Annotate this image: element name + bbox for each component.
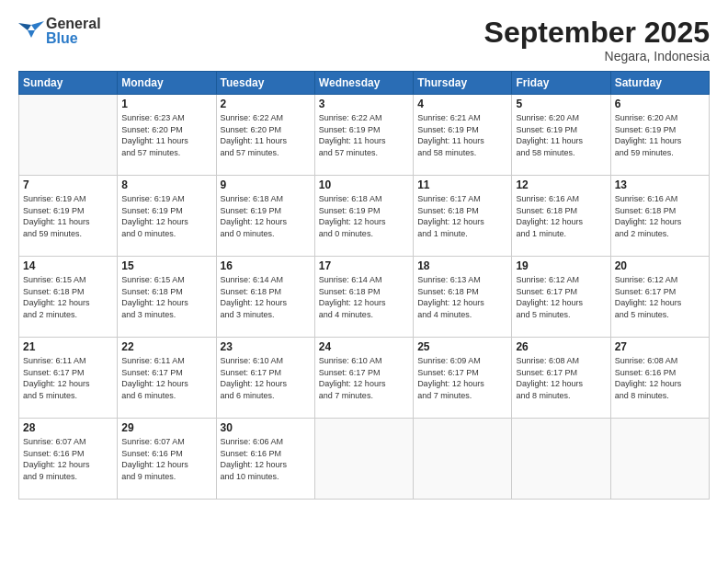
page-header: General Blue September 2025 Negara, Indo… bbox=[18, 17, 710, 63]
col-friday: Friday bbox=[512, 72, 610, 95]
day-number: 21 bbox=[23, 340, 113, 353]
day-number: 12 bbox=[516, 178, 606, 191]
day-info: Sunrise: 6:14 AMSunset: 6:18 PMDaylight:… bbox=[319, 274, 409, 320]
day-info: Sunrise: 6:08 AMSunset: 6:16 PMDaylight:… bbox=[615, 355, 705, 401]
day-info: Sunrise: 6:14 AMSunset: 6:18 PMDaylight:… bbox=[221, 274, 311, 320]
day-info: Sunrise: 6:15 AMSunset: 6:18 PMDaylight:… bbox=[121, 274, 211, 320]
day-info: Sunrise: 6:23 AMSunset: 6:20 PMDaylight:… bbox=[121, 112, 211, 158]
svg-marker-1 bbox=[18, 23, 31, 30]
table-row: 30Sunrise: 6:06 AMSunset: 6:16 PMDayligh… bbox=[216, 419, 314, 500]
day-number: 18 bbox=[417, 259, 507, 272]
col-thursday: Thursday bbox=[414, 72, 512, 95]
day-number: 7 bbox=[23, 178, 113, 191]
day-info: Sunrise: 6:12 AMSunset: 6:17 PMDaylight:… bbox=[615, 274, 705, 320]
table-row: 10Sunrise: 6:18 AMSunset: 6:19 PMDayligh… bbox=[314, 176, 413, 257]
day-info: Sunrise: 6:11 AMSunset: 6:17 PMDaylight:… bbox=[23, 355, 113, 401]
table-row bbox=[414, 419, 512, 500]
table-row: 15Sunrise: 6:15 AMSunset: 6:18 PMDayligh… bbox=[118, 257, 216, 338]
week-row-2: 7Sunrise: 6:19 AMSunset: 6:19 PMDaylight… bbox=[19, 176, 710, 257]
day-number: 13 bbox=[615, 178, 705, 191]
table-row: 22Sunrise: 6:11 AMSunset: 6:17 PMDayligh… bbox=[118, 338, 216, 419]
table-row: 18Sunrise: 6:13 AMSunset: 6:18 PMDayligh… bbox=[414, 257, 512, 338]
col-tuesday: Tuesday bbox=[216, 72, 314, 95]
day-info: Sunrise: 6:07 AMSunset: 6:16 PMDaylight:… bbox=[121, 436, 211, 482]
day-info: Sunrise: 6:18 AMSunset: 6:19 PMDaylight:… bbox=[221, 193, 311, 239]
table-row: 20Sunrise: 6:12 AMSunset: 6:17 PMDayligh… bbox=[610, 257, 709, 338]
logo-blue-text: Blue bbox=[46, 31, 101, 46]
day-info: Sunrise: 6:12 AMSunset: 6:17 PMDaylight:… bbox=[516, 274, 606, 320]
table-row: 27Sunrise: 6:08 AMSunset: 6:16 PMDayligh… bbox=[610, 338, 709, 419]
day-number: 4 bbox=[417, 98, 507, 110]
day-number: 3 bbox=[319, 98, 409, 110]
day-info: Sunrise: 6:22 AMSunset: 6:20 PMDaylight:… bbox=[221, 112, 311, 158]
day-info: Sunrise: 6:15 AMSunset: 6:18 PMDaylight:… bbox=[23, 274, 113, 320]
day-info: Sunrise: 6:16 AMSunset: 6:18 PMDaylight:… bbox=[516, 193, 606, 239]
day-number: 5 bbox=[516, 98, 606, 110]
table-row: 3Sunrise: 6:22 AMSunset: 6:19 PMDaylight… bbox=[314, 95, 413, 176]
day-info: Sunrise: 6:16 AMSunset: 6:18 PMDaylight:… bbox=[615, 193, 705, 239]
day-info: Sunrise: 6:08 AMSunset: 6:17 PMDaylight:… bbox=[516, 355, 606, 401]
col-monday: Monday bbox=[118, 72, 216, 95]
week-row-3: 14Sunrise: 6:15 AMSunset: 6:18 PMDayligh… bbox=[19, 257, 710, 338]
day-number: 24 bbox=[319, 340, 409, 353]
day-number: 10 bbox=[319, 178, 409, 191]
table-row: 13Sunrise: 6:16 AMSunset: 6:18 PMDayligh… bbox=[610, 176, 709, 257]
day-info: Sunrise: 6:07 AMSunset: 6:16 PMDaylight:… bbox=[23, 436, 113, 482]
col-saturday: Saturday bbox=[610, 72, 709, 95]
day-info: Sunrise: 6:20 AMSunset: 6:19 PMDaylight:… bbox=[615, 112, 705, 158]
day-number: 11 bbox=[417, 178, 507, 191]
calendar-table: Sunday Monday Tuesday Wednesday Thursday… bbox=[18, 71, 710, 500]
table-row: 6Sunrise: 6:20 AMSunset: 6:19 PMDaylight… bbox=[610, 95, 709, 176]
title-block: September 2025 Negara, Indonesia bbox=[484, 17, 710, 63]
day-number: 16 bbox=[221, 259, 311, 272]
table-row: 26Sunrise: 6:08 AMSunset: 6:17 PMDayligh… bbox=[512, 338, 610, 419]
day-number: 23 bbox=[221, 340, 311, 353]
day-info: Sunrise: 6:19 AMSunset: 6:19 PMDaylight:… bbox=[23, 193, 113, 239]
table-row: 14Sunrise: 6:15 AMSunset: 6:18 PMDayligh… bbox=[19, 257, 118, 338]
day-number: 28 bbox=[23, 421, 113, 434]
day-number: 22 bbox=[121, 340, 211, 353]
day-number: 27 bbox=[615, 340, 705, 353]
week-row-5: 28Sunrise: 6:07 AMSunset: 6:16 PMDayligh… bbox=[19, 419, 710, 500]
day-info: Sunrise: 6:20 AMSunset: 6:19 PMDaylight:… bbox=[516, 112, 606, 158]
logo-bird-icon bbox=[18, 21, 44, 41]
month-title: September 2025 bbox=[484, 17, 710, 49]
table-row bbox=[610, 419, 709, 500]
svg-marker-2 bbox=[28, 30, 35, 38]
day-info: Sunrise: 6:10 AMSunset: 6:17 PMDaylight:… bbox=[319, 355, 409, 401]
table-row: 28Sunrise: 6:07 AMSunset: 6:16 PMDayligh… bbox=[19, 419, 118, 500]
table-row: 23Sunrise: 6:10 AMSunset: 6:17 PMDayligh… bbox=[216, 338, 314, 419]
day-number: 30 bbox=[221, 421, 311, 434]
table-row: 21Sunrise: 6:11 AMSunset: 6:17 PMDayligh… bbox=[19, 338, 118, 419]
col-wednesday: Wednesday bbox=[314, 72, 413, 95]
day-info: Sunrise: 6:22 AMSunset: 6:19 PMDaylight:… bbox=[319, 112, 409, 158]
day-info: Sunrise: 6:06 AMSunset: 6:16 PMDaylight:… bbox=[221, 436, 311, 482]
day-info: Sunrise: 6:13 AMSunset: 6:18 PMDaylight:… bbox=[417, 274, 507, 320]
table-row: 5Sunrise: 6:20 AMSunset: 6:19 PMDaylight… bbox=[512, 95, 610, 176]
table-row bbox=[314, 419, 413, 500]
table-row: 16Sunrise: 6:14 AMSunset: 6:18 PMDayligh… bbox=[216, 257, 314, 338]
logo: General Blue bbox=[18, 17, 101, 46]
logo-text: General Blue bbox=[46, 17, 101, 46]
day-number: 9 bbox=[221, 178, 311, 191]
table-row: 7Sunrise: 6:19 AMSunset: 6:19 PMDaylight… bbox=[19, 176, 118, 257]
table-row: 24Sunrise: 6:10 AMSunset: 6:17 PMDayligh… bbox=[314, 338, 413, 419]
day-number: 15 bbox=[121, 259, 211, 272]
table-row: 9Sunrise: 6:18 AMSunset: 6:19 PMDaylight… bbox=[216, 176, 314, 257]
week-row-1: 1Sunrise: 6:23 AMSunset: 6:20 PMDaylight… bbox=[19, 95, 710, 176]
day-info: Sunrise: 6:09 AMSunset: 6:17 PMDaylight:… bbox=[417, 355, 507, 401]
day-number: 14 bbox=[23, 259, 113, 272]
day-number: 17 bbox=[319, 259, 409, 272]
table-row: 8Sunrise: 6:19 AMSunset: 6:19 PMDaylight… bbox=[118, 176, 216, 257]
day-number: 6 bbox=[615, 98, 705, 110]
table-row: 2Sunrise: 6:22 AMSunset: 6:20 PMDaylight… bbox=[216, 95, 314, 176]
table-row bbox=[512, 419, 610, 500]
day-info: Sunrise: 6:18 AMSunset: 6:19 PMDaylight:… bbox=[319, 193, 409, 239]
logo-general-text: General bbox=[46, 17, 101, 31]
table-row: 29Sunrise: 6:07 AMSunset: 6:16 PMDayligh… bbox=[118, 419, 216, 500]
calendar-header-row: Sunday Monday Tuesday Wednesday Thursday… bbox=[19, 72, 710, 95]
day-number: 1 bbox=[121, 98, 211, 110]
table-row: 17Sunrise: 6:14 AMSunset: 6:18 PMDayligh… bbox=[314, 257, 413, 338]
table-row: 4Sunrise: 6:21 AMSunset: 6:19 PMDaylight… bbox=[414, 95, 512, 176]
table-row bbox=[19, 95, 118, 176]
